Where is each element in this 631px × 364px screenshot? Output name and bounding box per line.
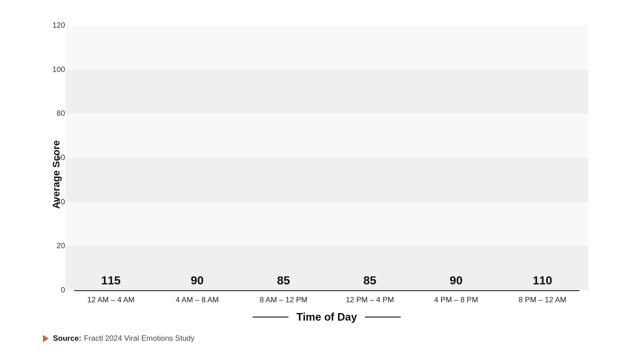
bar-value-1: 90 xyxy=(191,274,204,288)
bar-value-2: 85 xyxy=(277,274,290,288)
bar-group-4: 90 xyxy=(419,274,493,290)
x-axis-title-row: Time of Day xyxy=(65,311,589,323)
source-row: Source: Fractl 2024 Viral Emotions Study xyxy=(43,334,589,343)
bar-value-5: 110 xyxy=(533,274,552,288)
bar-value-4: 90 xyxy=(450,274,463,288)
bar-group-0: 115 xyxy=(74,274,148,290)
x-labels: 12 AM – 4 AM4 AM – 8 AM8 AM – 12 PM12 PM… xyxy=(65,296,589,305)
x-axis-title-line-left xyxy=(253,317,288,318)
y-axis-label: Average Score xyxy=(43,25,65,323)
bar-value-0: 115 xyxy=(101,274,120,288)
x-label-4: 4 PM – 8 PM xyxy=(419,296,493,305)
source-text: Fractl 2024 Viral Emotions Study xyxy=(84,334,195,343)
chart-area: Average Score 020406080100120 1159085859… xyxy=(43,25,589,323)
bars-and-grid: 020406080100120 11590858590110 xyxy=(65,25,589,290)
x-label-0: 12 AM – 4 AM xyxy=(74,296,148,305)
x-label-2: 8 AM – 12 PM xyxy=(247,296,321,305)
chart-inner: 020406080100120 11590858590110 12 AM – 4… xyxy=(65,25,589,323)
x-label-3: 12 PM – 4 PM xyxy=(333,296,407,305)
bars-row: 11590858590110 xyxy=(65,25,589,290)
bar-value-3: 85 xyxy=(364,274,377,288)
x-label-1: 4 AM – 8 AM xyxy=(161,296,234,305)
x-axis-line xyxy=(74,290,580,291)
source-label: Source: xyxy=(53,334,81,343)
bar-group-5: 110 xyxy=(506,274,580,290)
x-axis-title: Time of Day xyxy=(296,311,357,323)
x-axis-title-line-right xyxy=(365,317,401,318)
bar-group-1: 90 xyxy=(161,274,234,290)
bar-group-2: 85 xyxy=(247,274,321,290)
bar-group-3: 85 xyxy=(333,274,407,290)
source-triangle-icon xyxy=(43,335,49,342)
x-label-5: 8 PM – 12 AM xyxy=(506,296,580,305)
chart-container: Average Score 020406080100120 1159085859… xyxy=(25,12,606,352)
